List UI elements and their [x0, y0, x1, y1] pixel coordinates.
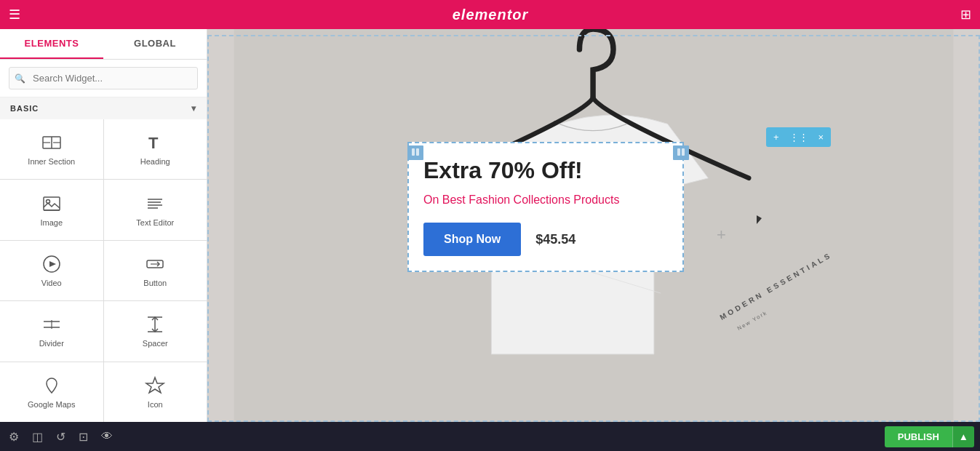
- widget-google-maps-label: Google Maps: [28, 400, 75, 409]
- widget-image[interactable]: Image: [0, 180, 103, 239]
- google-maps-icon: [41, 375, 62, 396]
- top-bar: ☰ elementor ⊞: [0, 0, 980, 29]
- content-heading: Extra 70% Off!: [423, 158, 668, 183]
- text-editor-icon: [145, 193, 165, 214]
- add-column-icon[interactable]: +: [717, 226, 726, 244]
- widget-text-editor-label: Text Editor: [136, 218, 174, 227]
- widget-divider-label: Divider: [39, 339, 64, 348]
- content-subtext: On Best Fashion Collections Products: [423, 193, 668, 207]
- toolbar-move-icon[interactable]: ⋮⋮: [786, 130, 811, 144]
- sidebar-tabs: ELEMENTS GLOBAL: [0, 29, 207, 60]
- widget-spacer-label: Spacer: [143, 339, 168, 348]
- widget-heading-label: Heading: [140, 157, 170, 166]
- svg-rect-30: [416, 148, 419, 156]
- sidebar: ELEMENTS GLOBAL BASIC ▾ In: [0, 29, 207, 422]
- widget-google-maps[interactable]: Google Maps: [0, 362, 103, 422]
- price-display: $45.54: [535, 232, 575, 247]
- toolbar-close-icon[interactable]: ×: [816, 130, 827, 144]
- publish-btn-group: PUBLISH ▲: [885, 426, 974, 447]
- col-handle-right[interactable]: [673, 145, 689, 160]
- widget-icon-label: Icon: [148, 400, 163, 409]
- widget-button-label: Button: [143, 279, 167, 287]
- grid-icon[interactable]: ⊞: [960, 7, 971, 23]
- widget-icon[interactable]: Icon: [104, 362, 207, 422]
- toolbar-add-icon[interactable]: +: [770, 130, 782, 144]
- widget-image-label: Image: [40, 218, 63, 227]
- canvas-background: MODERN ESSENTIALS New York + ⋮⋮ × +: [207, 29, 980, 422]
- widget-inner-section[interactable]: Inner Section: [0, 119, 103, 179]
- responsive-icon[interactable]: ⊡: [76, 427, 91, 447]
- inner-content-box: Extra 70% Off! On Best Fashion Collectio…: [407, 142, 684, 272]
- shop-now-button[interactable]: Shop Now: [423, 223, 521, 256]
- widget-spacer[interactable]: Spacer: [104, 301, 207, 361]
- elementor-logo: elementor: [453, 7, 529, 23]
- heading-icon: T: [145, 132, 165, 153]
- image-icon: [41, 193, 62, 214]
- divider-icon: [41, 314, 62, 335]
- publish-arrow-button[interactable]: ▲: [952, 426, 974, 447]
- svg-text:T: T: [148, 134, 159, 152]
- section-label-basic[interactable]: BASIC ▾: [0, 97, 207, 119]
- publish-button[interactable]: PUBLISH: [885, 426, 952, 447]
- preview-icon[interactable]: 👁: [98, 427, 116, 446]
- widget-text-editor[interactable]: Text Editor: [104, 180, 207, 239]
- settings-icon[interactable]: ⚙: [6, 427, 22, 447]
- history-icon[interactable]: ↺: [53, 427, 68, 447]
- search-bar: [0, 60, 207, 97]
- svg-marker-13: [49, 261, 56, 267]
- inner-section-icon: [41, 132, 62, 153]
- svg-rect-32: [682, 148, 685, 156]
- tab-elements[interactable]: ELEMENTS: [0, 29, 103, 59]
- tab-global[interactable]: GLOBAL: [103, 29, 207, 59]
- widget-inner-section-label: Inner Section: [28, 157, 75, 166]
- widget-divider[interactable]: Divider: [0, 301, 103, 361]
- widget-button[interactable]: Button: [104, 241, 207, 300]
- search-input[interactable]: [9, 67, 198, 89]
- widget-heading[interactable]: T Heading: [104, 119, 207, 179]
- main-content: ELEMENTS GLOBAL BASIC ▾ In: [0, 29, 980, 422]
- hamburger-icon[interactable]: ☰: [9, 7, 20, 23]
- svg-rect-29: [412, 148, 415, 156]
- layers-icon[interactable]: ◫: [29, 427, 46, 447]
- canvas-area[interactable]: MODERN ESSENTIALS New York + ⋮⋮ × +: [207, 29, 980, 422]
- col-handle-left[interactable]: [407, 145, 423, 160]
- button-icon: [145, 254, 165, 274]
- svg-rect-5: [44, 197, 60, 210]
- widgets-grid: Inner Section T Heading Image: [0, 119, 207, 422]
- svg-marker-23: [146, 378, 164, 393]
- chevron-down-icon: ▾: [191, 103, 196, 113]
- floating-toolbar: + ⋮⋮ ×: [766, 127, 831, 147]
- spacer-icon: [145, 314, 165, 335]
- video-icon: [41, 254, 62, 274]
- icon-widget-icon: [145, 375, 165, 396]
- svg-point-22: [49, 381, 54, 386]
- widget-video[interactable]: Video: [0, 241, 103, 300]
- content-actions: Shop Now $45.54: [423, 223, 668, 256]
- bottom-bar: ⚙ ◫ ↺ ⊡ 👁 PUBLISH ▲: [0, 422, 980, 451]
- svg-rect-31: [677, 148, 680, 156]
- section-label-text: BASIC: [10, 104, 39, 113]
- widget-video-label: Video: [41, 279, 62, 287]
